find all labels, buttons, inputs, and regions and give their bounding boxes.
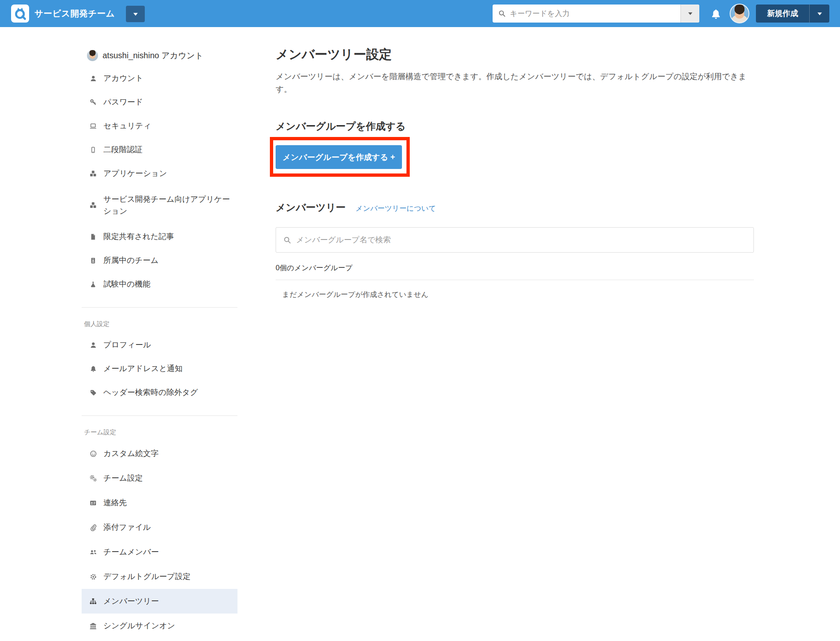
app-screen: サービス開発チーム 新規作成 bbox=[0, 0, 840, 641]
key-icon bbox=[88, 99, 98, 106]
app-header: サービス開発チーム 新規作成 bbox=[0, 0, 840, 27]
sidebar-item-team-applications[interactable]: サービス開発チーム向けアプリケーション bbox=[82, 185, 237, 225]
sidebar-item-custom-emoji[interactable]: カスタム絵文字 bbox=[82, 441, 237, 466]
cubes-icon bbox=[88, 201, 98, 209]
sidebar-section-personal: 個人設定 bbox=[82, 315, 237, 333]
page-description: メンバーツリーは、メンバーを階層構造で管理できます。作成したメンバーツリーでは、… bbox=[276, 70, 754, 96]
search-icon bbox=[283, 236, 291, 244]
user-avatar[interactable] bbox=[730, 4, 749, 23]
account-header-label: atsushi_nishino アカウント bbox=[103, 50, 203, 61]
address-card-icon bbox=[88, 500, 98, 506]
bell-icon bbox=[88, 365, 98, 372]
flask-icon bbox=[88, 281, 98, 288]
sidebar-item-experimental-features[interactable]: 試験中の機能 bbox=[82, 272, 237, 296]
caret-down-icon bbox=[688, 12, 693, 15]
empty-state-text: まだメンバーグループが作成されていません bbox=[282, 290, 429, 299]
sidebar-item-member-tree[interactable]: メンバーツリー bbox=[82, 589, 237, 614]
sidebar-divider bbox=[82, 307, 237, 308]
sidebar-item-default-group-settings[interactable]: デフォルトグループ設定 bbox=[82, 564, 237, 589]
tag-icon bbox=[88, 389, 98, 396]
university-icon bbox=[88, 623, 98, 630]
cogs-icon bbox=[88, 474, 98, 482]
sidebar-section-team: チーム設定 bbox=[82, 423, 237, 441]
member-tree-section-header: メンバーツリー メンバーツリーについて bbox=[276, 201, 436, 214]
search-scope-dropdown[interactable] bbox=[680, 5, 699, 23]
cubes-icon bbox=[88, 170, 98, 177]
sidebar-item-security[interactable]: セキュリティ bbox=[82, 114, 237, 138]
caret-down-icon bbox=[133, 12, 138, 16]
sidebar-item-password[interactable]: パスワード bbox=[82, 90, 237, 114]
sidebar-item-account[interactable]: アカウント bbox=[82, 66, 237, 90]
sidebar-item-team-settings[interactable]: チーム設定 bbox=[82, 466, 237, 490]
header-search-input[interactable] bbox=[506, 5, 680, 23]
main-content: メンバーツリー設定 メンバーツリーは、メンバーを階層構造で管理できます。作成した… bbox=[276, 27, 754, 641]
page-title: メンバーツリー設定 bbox=[276, 46, 392, 63]
paperclip-icon bbox=[88, 524, 98, 531]
sidebar-item-attachments[interactable]: 添付ファイル bbox=[82, 515, 237, 540]
notifications-bell-icon[interactable] bbox=[708, 7, 723, 21]
sidebar-divider bbox=[82, 415, 237, 416]
sidebar-item-teams[interactable]: 所属中のチーム bbox=[82, 249, 237, 272]
sidebar-item-two-factor[interactable]: 二段階認証 bbox=[82, 138, 237, 162]
team-name[interactable]: サービス開発チーム bbox=[34, 0, 115, 27]
member-tree-heading: メンバーツリー bbox=[276, 201, 346, 214]
laptop-icon bbox=[88, 123, 98, 130]
group-count-text: 0個のメンバーグループ bbox=[276, 263, 353, 273]
team-switcher-button[interactable] bbox=[126, 6, 145, 22]
sidebar-item-contacts[interactable]: 連絡先 bbox=[82, 490, 237, 515]
user-icon bbox=[88, 75, 98, 82]
account-header: atsushi_nishino アカウント bbox=[82, 44, 237, 66]
group-search-box bbox=[276, 227, 754, 253]
sidebar-item-single-sign-on[interactable]: シングルサインオン bbox=[82, 614, 237, 638]
sidebar-item-team-members[interactable]: チームメンバー bbox=[82, 540, 237, 564]
sitemap-icon bbox=[88, 598, 98, 605]
file-icon bbox=[88, 233, 98, 240]
create-member-group-button[interactable]: メンバーグループを作成する + bbox=[276, 145, 402, 169]
create-group-heading: メンバーグループを作成する bbox=[276, 120, 406, 133]
id-badge-icon bbox=[88, 257, 98, 264]
sidebar-item-profile[interactable]: プロフィール bbox=[82, 333, 237, 357]
settings-sidebar: atsushi_nishino アカウント アカウント パスワード セキュリティ… bbox=[82, 27, 237, 638]
caret-down-icon bbox=[817, 12, 822, 16]
about-member-tree-link[interactable]: メンバーツリーについて bbox=[356, 203, 436, 213]
sidebar-item-excluded-tags[interactable]: ヘッダー検索時の除外タグ bbox=[82, 381, 237, 404]
cog-icon bbox=[88, 573, 98, 580]
sidebar-item-applications[interactable]: アプリケーション bbox=[82, 162, 237, 185]
sidebar-item-email-notifications[interactable]: メールアドレスと通知 bbox=[82, 357, 237, 381]
search-icon bbox=[498, 10, 506, 17]
sidebar-item-shared-articles[interactable]: 限定共有された記事 bbox=[82, 225, 237, 249]
avatar bbox=[87, 50, 98, 61]
users-icon bbox=[88, 549, 98, 556]
user-icon bbox=[88, 342, 98, 349]
mobile-icon bbox=[88, 146, 98, 153]
divider bbox=[276, 280, 754, 280]
smile-icon bbox=[88, 450, 98, 457]
new-post-dropdown[interactable] bbox=[809, 5, 829, 23]
new-post-button[interactable]: 新規作成 bbox=[756, 5, 809, 23]
header-search-box bbox=[493, 5, 699, 23]
group-search-input[interactable] bbox=[291, 228, 753, 252]
qiita-team-logo-icon[interactable] bbox=[11, 5, 29, 23]
